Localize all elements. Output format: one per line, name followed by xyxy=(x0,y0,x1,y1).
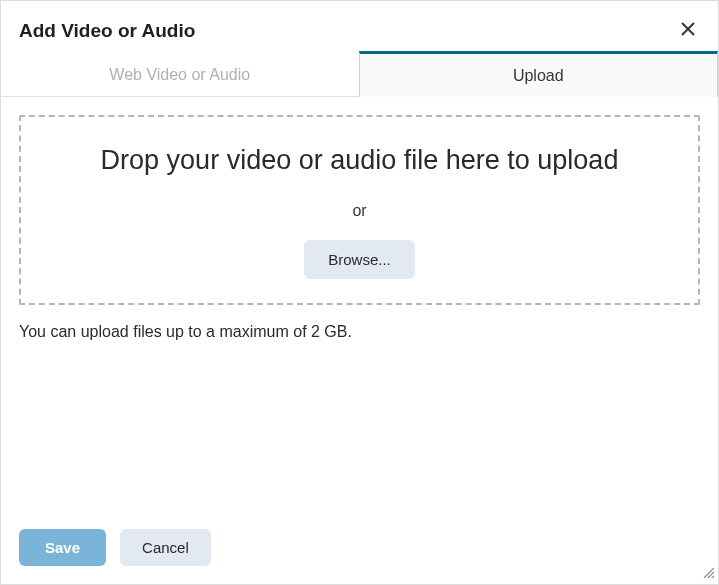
upload-helper-text: You can upload files up to a maximum of … xyxy=(19,323,700,341)
dialog-title: Add Video or Audio xyxy=(19,20,195,42)
drop-zone-title: Drop your video or audio file here to up… xyxy=(41,145,678,176)
drop-zone-or: or xyxy=(41,202,678,220)
file-drop-zone[interactable]: Drop your video or audio file here to up… xyxy=(19,115,700,305)
cancel-button[interactable]: Cancel xyxy=(120,529,211,566)
close-icon xyxy=(680,21,696,37)
tabs: Web Video or Audio Upload xyxy=(1,54,718,97)
dialog-content: Drop your video or audio file here to up… xyxy=(1,97,718,511)
tab-web-video-audio[interactable]: Web Video or Audio xyxy=(1,54,359,97)
close-button[interactable] xyxy=(676,17,700,44)
dialog-footer: Save Cancel xyxy=(1,511,718,584)
dialog-header: Add Video or Audio xyxy=(1,1,718,54)
tab-upload[interactable]: Upload xyxy=(359,51,719,97)
browse-button[interactable]: Browse... xyxy=(304,240,415,279)
add-media-dialog: Add Video or Audio Web Video or Audio Up… xyxy=(1,1,718,584)
save-button[interactable]: Save xyxy=(19,529,106,566)
